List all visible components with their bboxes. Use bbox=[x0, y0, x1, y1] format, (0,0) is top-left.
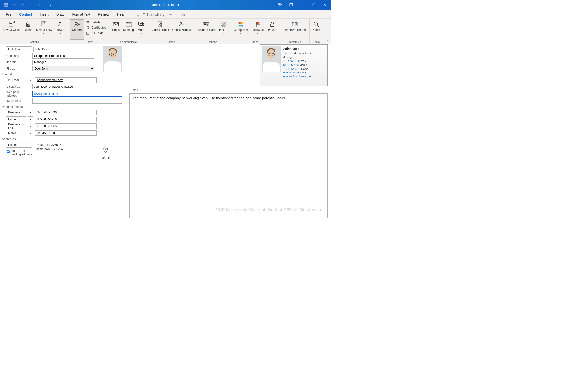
svg-point-22 bbox=[87, 26, 89, 28]
email-button[interactable]: Email bbox=[110, 19, 122, 40]
email-type-dropdown[interactable]: ▾ bbox=[28, 77, 33, 83]
tell-me-search[interactable]: Tell me what you want to do bbox=[136, 12, 185, 18]
ribbon-tabs: File Contact Insert Draw Format Text Rev… bbox=[0, 10, 330, 18]
private-button[interactable]: Private bbox=[266, 19, 279, 40]
phone-home-dropdown[interactable]: ▾ bbox=[28, 116, 33, 122]
svg-rect-32 bbox=[140, 24, 144, 26]
down-arrow-icon[interactable]: ↓ bbox=[36, 1, 43, 8]
phone-fax-button[interactable]: Business Fax... bbox=[6, 123, 26, 129]
phone-mobile-input[interactable] bbox=[35, 130, 96, 136]
contact-photo[interactable] bbox=[103, 46, 122, 72]
maximize-button[interactable] bbox=[308, 0, 319, 10]
group-label-immersive: Immersive bbox=[280, 40, 310, 44]
more-button[interactable]: More⌄ bbox=[136, 19, 147, 40]
full-name-button[interactable]: Full Name... bbox=[6, 46, 32, 52]
im-input[interactable] bbox=[32, 98, 122, 104]
business-card-icon bbox=[202, 20, 210, 28]
phone-home-button[interactable]: Home... bbox=[6, 116, 26, 122]
tab-insert[interactable]: Insert bbox=[36, 11, 52, 18]
forward-button[interactable]: Forward⌄ bbox=[54, 19, 68, 40]
check-names-button[interactable]: Check Names bbox=[171, 19, 192, 40]
card-company: Sharpened Productions bbox=[283, 52, 313, 55]
address-book-button[interactable]: Address Book bbox=[149, 19, 171, 40]
job-title-input[interactable] bbox=[32, 60, 94, 65]
zoom-button[interactable]: Zoom bbox=[311, 19, 322, 40]
certificate-icon bbox=[86, 26, 90, 30]
phone-mobile-dropdown[interactable]: ▾ bbox=[28, 130, 33, 136]
categorize-button[interactable]: Categorize⌄ bbox=[232, 19, 250, 40]
minimize-button[interactable] bbox=[297, 0, 308, 10]
tab-format-text[interactable]: Format Text bbox=[68, 11, 94, 18]
envelope-icon bbox=[112, 20, 120, 28]
mailing-address-checkbox[interactable] bbox=[7, 150, 10, 153]
address-type-button[interactable]: Home... bbox=[6, 142, 26, 148]
phone-mobile-button[interactable]: Mobile... bbox=[6, 130, 26, 136]
save-icon[interactable] bbox=[2, 1, 10, 8]
svg-line-48 bbox=[317, 25, 319, 27]
svg-point-15 bbox=[59, 22, 61, 24]
section-phones: Phone numbers bbox=[2, 105, 127, 108]
up-arrow-icon[interactable]: ↑ bbox=[28, 1, 35, 8]
phone-fax-input[interactable] bbox=[35, 124, 96, 129]
forward-icon bbox=[57, 20, 64, 28]
address-textarea[interactable]: 12345 First AvenueHometown, NY 12345 bbox=[34, 142, 96, 164]
picture-button[interactable]: Picture⌄ bbox=[217, 19, 230, 40]
svg-rect-36 bbox=[203, 22, 209, 26]
mailing-address-checkbox-row[interactable]: This is the mailing address bbox=[2, 149, 32, 156]
save-close-icon bbox=[8, 20, 15, 28]
phone-business-dropdown[interactable]: ▾ bbox=[28, 110, 33, 116]
save-close-button[interactable]: Save & Close bbox=[1, 19, 22, 40]
section-internet: Internet bbox=[2, 73, 127, 76]
delete-button[interactable]: Delete bbox=[22, 19, 34, 40]
display-as-input[interactable] bbox=[32, 84, 122, 90]
collapse-ribbon-button[interactable]: ˄ bbox=[327, 40, 328, 43]
tab-contact[interactable]: Contact bbox=[16, 11, 36, 18]
business-card-preview[interactable]: John Doe Sharpened Productions Manager (… bbox=[260, 44, 328, 86]
meeting-button[interactable]: Meeting bbox=[122, 19, 136, 40]
tab-file[interactable]: File bbox=[2, 11, 15, 18]
address-book-icon bbox=[156, 20, 164, 28]
tab-review[interactable]: Review bbox=[94, 11, 113, 18]
company-input[interactable] bbox=[32, 53, 94, 58]
save-new-button[interactable]: Save & New⌄ bbox=[34, 19, 54, 40]
email-input[interactable] bbox=[35, 78, 96, 83]
tab-help[interactable]: Help bbox=[114, 11, 128, 18]
card-email2: johndoe@workemail.com bbox=[283, 75, 313, 79]
ribbon-display-icon[interactable] bbox=[286, 0, 297, 10]
company-label: Company bbox=[2, 54, 31, 58]
phone-fax-dropdown[interactable]: ▾ bbox=[28, 123, 33, 129]
svg-rect-33 bbox=[158, 22, 162, 27]
all-fields-button[interactable]: All Fields bbox=[85, 30, 107, 36]
svg-rect-46 bbox=[271, 24, 274, 27]
svg-rect-10 bbox=[10, 22, 12, 23]
phone-business-button[interactable]: Business... bbox=[6, 110, 26, 116]
general-button[interactable]: General bbox=[70, 19, 84, 40]
svg-rect-4 bbox=[291, 4, 292, 6]
email-type-button[interactable]: Email... bbox=[6, 77, 26, 83]
tab-draw[interactable]: Draw bbox=[53, 11, 68, 18]
phone-business-input[interactable] bbox=[35, 110, 96, 115]
details-button[interactable]: Details bbox=[85, 20, 107, 25]
svg-rect-2 bbox=[6, 5, 7, 6]
qat-customize-icon[interactable]: ⌄ bbox=[46, 1, 54, 8]
file-as-select[interactable]: Doe, John bbox=[32, 66, 94, 71]
map-pin-icon bbox=[103, 146, 108, 154]
immersive-reader-button[interactable]: Immersive Reader bbox=[281, 19, 308, 40]
trash-icon bbox=[24, 20, 32, 28]
notes-textarea[interactable]: The man I met at the company networking … bbox=[129, 93, 328, 218]
web-page-input[interactable] bbox=[32, 91, 122, 96]
address-type-dropdown[interactable]: ▾ bbox=[26, 142, 32, 148]
svg-point-47 bbox=[314, 22, 318, 26]
svg-point-35 bbox=[180, 22, 182, 24]
business-card-button[interactable]: Business Card bbox=[195, 19, 217, 40]
redo-icon[interactable] bbox=[19, 1, 26, 8]
full-name-input[interactable] bbox=[33, 46, 95, 52]
certificates-button[interactable]: Certificates bbox=[85, 25, 107, 30]
follow-up-button[interactable]: Follow Up⌄ bbox=[250, 19, 266, 40]
phone-home-input[interactable] bbox=[35, 116, 96, 122]
undo-icon[interactable] bbox=[11, 1, 18, 8]
close-button[interactable] bbox=[319, 0, 330, 10]
diamond-icon[interactable] bbox=[274, 0, 286, 10]
map-it-button[interactable]: Map It bbox=[98, 142, 114, 164]
book-speaker-icon bbox=[291, 20, 298, 28]
